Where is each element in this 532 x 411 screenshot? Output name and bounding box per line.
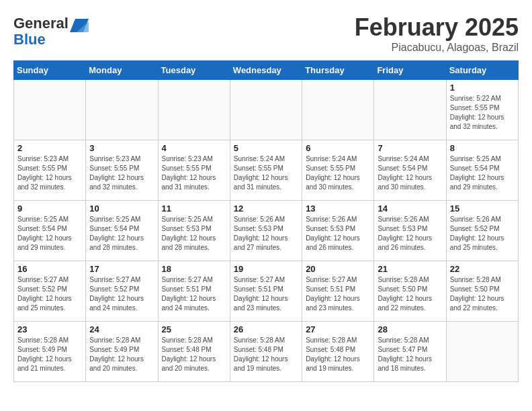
calendar-cell: 2Sunrise: 5:23 AM Sunset: 5:55 PM Daylig… [14,140,86,201]
weekday-header-friday: Friday [374,61,446,80]
day-info: Sunrise: 5:22 AM Sunset: 5:55 PM Dayligh… [450,94,515,132]
calendar-cell: 12Sunrise: 5:26 AM Sunset: 5:53 PM Dayli… [230,201,302,261]
day-number: 16 [17,264,82,274]
day-number: 13 [306,203,370,214]
day-number: 23 [17,324,82,334]
week-row-2: 9Sunrise: 5:25 AM Sunset: 5:54 PM Daylig… [14,201,519,261]
day-number: 20 [306,264,370,274]
calendar-table: SundayMondayTuesdayWednesdayThursdayFrid… [13,60,519,382]
calendar-cell: 14Sunrise: 5:26 AM Sunset: 5:53 PM Dayli… [374,201,446,261]
week-row-1: 2Sunrise: 5:23 AM Sunset: 5:55 PM Daylig… [14,140,519,201]
day-info: Sunrise: 5:23 AM Sunset: 5:55 PM Dayligh… [17,154,82,192]
day-info: Sunrise: 5:28 AM Sunset: 5:50 PM Dayligh… [378,275,442,313]
calendar-cell: 10Sunrise: 5:25 AM Sunset: 5:54 PM Dayli… [86,201,158,261]
day-info: Sunrise: 5:28 AM Sunset: 5:50 PM Dayligh… [450,275,515,313]
calendar-cell: 20Sunrise: 5:27 AM Sunset: 5:51 PM Dayli… [302,261,374,322]
weekday-header-tuesday: Tuesday [158,61,230,80]
week-row-4: 23Sunrise: 5:28 AM Sunset: 5:49 PM Dayli… [14,322,519,382]
day-number: 11 [162,203,226,214]
day-info: Sunrise: 5:24 AM Sunset: 5:54 PM Dayligh… [378,154,442,192]
calendar-cell [14,80,86,140]
calendar-cell [158,80,230,140]
weekday-header-row: SundayMondayTuesdayWednesdayThursdayFrid… [14,61,519,80]
day-number: 24 [89,324,154,334]
day-info: Sunrise: 5:27 AM Sunset: 5:51 PM Dayligh… [234,275,298,313]
day-number: 27 [306,324,370,334]
day-number: 15 [450,203,515,214]
calendar-cell [446,322,518,382]
day-number: 17 [89,264,154,274]
day-info: Sunrise: 5:25 AM Sunset: 5:54 PM Dayligh… [17,215,82,253]
weekday-header-sunday: Sunday [14,61,86,80]
day-number: 8 [450,143,515,153]
calendar-cell [302,80,374,140]
weekday-header-saturday: Saturday [446,61,518,80]
day-number: 21 [378,264,442,274]
calendar-cell: 21Sunrise: 5:28 AM Sunset: 5:50 PM Dayli… [374,261,446,322]
day-info: Sunrise: 5:28 AM Sunset: 5:49 PM Dayligh… [17,336,82,373]
calendar-cell: 4Sunrise: 5:23 AM Sunset: 5:55 PM Daylig… [158,140,230,201]
calendar-cell: 8Sunrise: 5:25 AM Sunset: 5:54 PM Daylig… [446,140,518,201]
day-info: Sunrise: 5:23 AM Sunset: 5:55 PM Dayligh… [89,154,154,192]
calendar-cell: 9Sunrise: 5:25 AM Sunset: 5:54 PM Daylig… [14,201,86,261]
calendar-cell: 17Sunrise: 5:27 AM Sunset: 5:52 PM Dayli… [86,261,158,322]
day-info: Sunrise: 5:27 AM Sunset: 5:52 PM Dayligh… [17,275,82,313]
calendar-cell: 27Sunrise: 5:28 AM Sunset: 5:48 PM Dayli… [302,322,374,382]
calendar-cell [86,80,158,140]
calendar-cell: 22Sunrise: 5:28 AM Sunset: 5:50 PM Dayli… [446,261,518,322]
calendar-cell [230,80,302,140]
day-number: 3 [89,143,154,153]
day-info: Sunrise: 5:28 AM Sunset: 5:47 PM Dayligh… [378,336,442,373]
day-number: 10 [89,203,154,214]
day-info: Sunrise: 5:28 AM Sunset: 5:48 PM Dayligh… [234,336,298,373]
day-number: 9 [17,203,82,214]
page-header: General Blue February 2025 Piacabucu, Al… [13,13,519,54]
day-number: 18 [162,264,226,274]
day-number: 12 [234,203,298,214]
day-info: Sunrise: 5:28 AM Sunset: 5:49 PM Dayligh… [89,336,154,373]
logo-general: General [13,15,69,32]
day-info: Sunrise: 5:26 AM Sunset: 5:53 PM Dayligh… [306,215,370,253]
weekday-header-thursday: Thursday [302,61,374,80]
week-row-0: 1Sunrise: 5:22 AM Sunset: 5:55 PM Daylig… [14,80,519,140]
day-info: Sunrise: 5:27 AM Sunset: 5:51 PM Dayligh… [306,275,370,313]
calendar-cell: 13Sunrise: 5:26 AM Sunset: 5:53 PM Dayli… [302,201,374,261]
day-number: 2 [17,143,82,153]
calendar-cell: 19Sunrise: 5:27 AM Sunset: 5:51 PM Dayli… [230,261,302,322]
weekday-header-wednesday: Wednesday [230,61,302,80]
day-info: Sunrise: 5:25 AM Sunset: 5:54 PM Dayligh… [89,215,154,253]
day-info: Sunrise: 5:26 AM Sunset: 5:52 PM Dayligh… [450,215,515,253]
calendar-cell: 11Sunrise: 5:25 AM Sunset: 5:53 PM Dayli… [158,201,230,261]
day-info: Sunrise: 5:23 AM Sunset: 5:55 PM Dayligh… [162,154,226,192]
day-info: Sunrise: 5:24 AM Sunset: 5:55 PM Dayligh… [234,154,298,192]
day-number: 4 [162,143,226,153]
day-info: Sunrise: 5:24 AM Sunset: 5:55 PM Dayligh… [306,154,370,192]
calendar-cell: 28Sunrise: 5:28 AM Sunset: 5:47 PM Dayli… [374,322,446,382]
calendar-cell: 3Sunrise: 5:23 AM Sunset: 5:55 PM Daylig… [86,140,158,201]
calendar-cell: 7Sunrise: 5:24 AM Sunset: 5:54 PM Daylig… [374,140,446,201]
calendar-cell: 16Sunrise: 5:27 AM Sunset: 5:52 PM Dayli… [14,261,86,322]
day-info: Sunrise: 5:26 AM Sunset: 5:53 PM Dayligh… [234,215,298,253]
day-number: 1 [450,83,515,93]
logo: General Blue [13,13,90,48]
calendar-cell: 6Sunrise: 5:24 AM Sunset: 5:55 PM Daylig… [302,140,374,201]
calendar-cell [374,80,446,140]
location: Piacabucu, Alagoas, Brazil [355,42,519,54]
calendar-cell: 24Sunrise: 5:28 AM Sunset: 5:49 PM Dayli… [86,322,158,382]
calendar-cell: 1Sunrise: 5:22 AM Sunset: 5:55 PM Daylig… [446,80,518,140]
day-info: Sunrise: 5:25 AM Sunset: 5:54 PM Dayligh… [450,154,515,192]
calendar-cell: 26Sunrise: 5:28 AM Sunset: 5:48 PM Dayli… [230,322,302,382]
day-number: 25 [162,324,226,334]
day-info: Sunrise: 5:27 AM Sunset: 5:52 PM Dayligh… [89,275,154,313]
calendar-cell: 25Sunrise: 5:28 AM Sunset: 5:48 PM Dayli… [158,322,230,382]
title-block: February 2025 Piacabucu, Alagoas, Brazil [355,13,519,54]
day-number: 28 [378,324,442,334]
day-info: Sunrise: 5:25 AM Sunset: 5:53 PM Dayligh… [162,215,226,253]
day-number: 5 [234,143,298,153]
calendar-cell: 23Sunrise: 5:28 AM Sunset: 5:49 PM Dayli… [14,322,86,382]
calendar-cell: 5Sunrise: 5:24 AM Sunset: 5:55 PM Daylig… [230,140,302,201]
weekday-header-monday: Monday [86,61,158,80]
day-number: 19 [234,264,298,274]
day-number: 22 [450,264,515,274]
day-number: 14 [378,203,442,214]
